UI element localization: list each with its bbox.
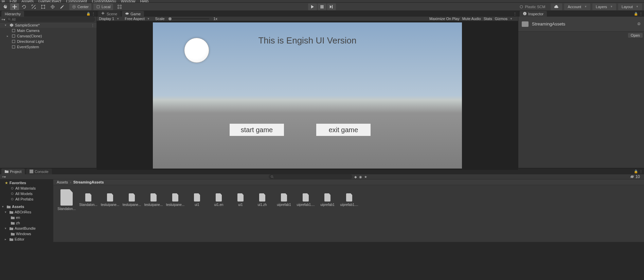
hierarchy-tab[interactable]: Hierarchy bbox=[1, 11, 24, 17]
lock-icon[interactable]: 🔒 bbox=[86, 12, 90, 16]
breadcrumb: Assets › StreamingAssets bbox=[53, 179, 644, 185]
gizmos-dropdown[interactable]: Gizmos▼ bbox=[495, 17, 516, 21]
hierarchy-item[interactable]: ▸Canvas(Clone) bbox=[0, 33, 96, 39]
file-icon bbox=[346, 193, 352, 202]
space-toggle[interactable]: Local bbox=[93, 3, 113, 10]
menu-window[interactable]: Window bbox=[121, 0, 136, 3]
menu-icon[interactable]: ⋮ bbox=[513, 12, 517, 16]
asset-file[interactable]: Standalon... bbox=[80, 189, 96, 207]
rect-tool[interactable] bbox=[39, 3, 48, 10]
breadcrumb-item[interactable]: Assets bbox=[57, 180, 68, 184]
aspect-dropdown[interactable]: Free Aspect▼ bbox=[125, 17, 153, 21]
rotate-tool[interactable] bbox=[20, 3, 29, 10]
tree-item[interactable]: ▾AssetBundle bbox=[0, 226, 53, 231]
svg-point-20 bbox=[11, 193, 13, 195]
tree-item[interactable]: Windows bbox=[0, 231, 53, 237]
favorites-section[interactable]: ★Favorites bbox=[0, 180, 53, 186]
stats-toggle[interactable]: Stats bbox=[484, 17, 492, 21]
asset-file[interactable]: uiprefab1.... bbox=[341, 189, 357, 207]
menu-assets[interactable]: Assets bbox=[21, 0, 34, 3]
assets-root[interactable]: ▾Assets bbox=[0, 204, 53, 209]
asset-file[interactable]: ui1 bbox=[189, 189, 205, 207]
asset-file[interactable]: testuipane... bbox=[146, 189, 161, 207]
tree-item[interactable]: ▾ABOriRes bbox=[0, 209, 53, 215]
layout-dropdown[interactable]: Layout▼ bbox=[618, 3, 642, 10]
inspector-tab[interactable]: iInspector bbox=[520, 11, 547, 17]
scale-slider[interactable] bbox=[168, 18, 209, 19]
menu-icon[interactable]: ⋮ bbox=[639, 170, 643, 173]
move-tool[interactable] bbox=[10, 3, 19, 10]
step-button[interactable] bbox=[327, 3, 336, 10]
asset-file[interactable]: uiprefab1 bbox=[320, 189, 335, 207]
tree-item[interactable]: en bbox=[0, 215, 53, 220]
hierarchy-item[interactable]: EventSystem bbox=[0, 44, 96, 50]
tree-item[interactable]: ▸Editor bbox=[0, 237, 53, 242]
hand-tool[interactable] bbox=[1, 3, 10, 10]
menu-icon[interactable]: ⋮ bbox=[639, 12, 643, 16]
project-search[interactable] bbox=[269, 174, 352, 179]
menu-help[interactable]: Help bbox=[140, 0, 149, 3]
asset-file[interactable]: ui1.zh bbox=[254, 189, 270, 207]
console-tab[interactable]: Console bbox=[26, 169, 52, 174]
hierarchy-item[interactable]: Directional Light bbox=[0, 39, 96, 44]
breadcrumb-current[interactable]: StreamingAssets bbox=[73, 180, 104, 184]
scale-label: Scale bbox=[155, 17, 165, 21]
layers-dropdown[interactable]: Layers▼ bbox=[592, 3, 616, 10]
asset-file[interactable]: Standalon... bbox=[59, 189, 74, 211]
snap-toggle[interactable] bbox=[115, 3, 124, 10]
create-dropdown[interactable]: +▾ bbox=[2, 175, 6, 179]
asset-file[interactable]: uiprefab1.... bbox=[298, 189, 314, 207]
asset-file[interactable]: ui1 bbox=[233, 189, 248, 207]
tree-item[interactable]: All Materials bbox=[0, 186, 53, 191]
transform-tool[interactable] bbox=[48, 3, 57, 10]
hierarchy-scene[interactable]: ▾SampleScene*⋮ bbox=[0, 22, 96, 28]
tree-item[interactable]: All Models bbox=[0, 191, 53, 196]
play-button[interactable] bbox=[308, 3, 317, 10]
asset-file[interactable]: testuipane... bbox=[102, 189, 118, 207]
create-dropdown[interactable]: +▾ bbox=[1, 18, 5, 21]
tree-item[interactable]: zh bbox=[0, 220, 53, 226]
menu-edit[interactable]: Edit bbox=[10, 0, 17, 3]
lock-icon[interactable]: 🔒 bbox=[634, 170, 638, 173]
console-icon bbox=[30, 170, 33, 173]
open-button[interactable]: Open bbox=[628, 33, 643, 38]
game-title-text: This is Engish UI Version bbox=[258, 35, 356, 46]
tree-item[interactable]: All Prefabs bbox=[0, 196, 53, 202]
menu-component[interactable]: Component bbox=[66, 0, 87, 3]
custom-tool[interactable] bbox=[58, 3, 67, 10]
menu-custommenu[interactable]: CustomMenu bbox=[92, 0, 116, 3]
plastic-scm-button[interactable]: Plastic SCM bbox=[516, 3, 549, 10]
menu-file[interactable]: le bbox=[2, 0, 5, 3]
filter-icon[interactable]: ◉ bbox=[359, 175, 362, 179]
menu-gameobject[interactable]: GameObject bbox=[38, 0, 61, 3]
chevron-icon: › bbox=[70, 180, 71, 184]
menu-icon[interactable]: ⋮ bbox=[92, 12, 95, 16]
game-tab[interactable]: Game bbox=[122, 11, 144, 17]
exit-game-button[interactable]: exit game bbox=[316, 123, 371, 136]
filter-icon[interactable]: ◆ bbox=[354, 175, 357, 179]
file-icon bbox=[85, 193, 91, 202]
scene-tab[interactable]: Scene bbox=[98, 11, 121, 17]
project-tab[interactable]: Project bbox=[1, 169, 25, 174]
hierarchy-search[interactable]: All bbox=[6, 17, 95, 22]
pause-button[interactable] bbox=[318, 3, 326, 10]
cloud-button[interactable] bbox=[551, 3, 562, 10]
account-dropdown[interactable]: Account▼ bbox=[564, 3, 590, 10]
context-icon[interactable]: ⋮ bbox=[91, 23, 96, 27]
pivot-toggle[interactable]: Center bbox=[69, 3, 91, 10]
game-viewport[interactable]: This is Engish UI Version start game exi… bbox=[153, 22, 462, 169]
mute-toggle[interactable]: Mute Audio bbox=[462, 17, 481, 21]
svg-point-6 bbox=[74, 6, 75, 7]
scale-tool[interactable] bbox=[29, 3, 38, 10]
favorite-icon[interactable]: ★ bbox=[364, 175, 367, 179]
asset-file[interactable]: testuipane... bbox=[167, 189, 183, 207]
display-dropdown[interactable]: Display 1▼ bbox=[99, 17, 123, 21]
asset-file[interactable]: ui1.en bbox=[211, 189, 227, 207]
asset-file[interactable]: testuipane... bbox=[124, 189, 140, 207]
hierarchy-item[interactable]: Main Camera bbox=[0, 28, 96, 33]
maximize-toggle[interactable]: Maximize On Play bbox=[429, 17, 460, 21]
help-icon[interactable]: ⦿ bbox=[637, 22, 641, 26]
lock-icon[interactable]: 🔒 bbox=[634, 12, 638, 16]
asset-file[interactable]: uiprefab1 bbox=[276, 189, 292, 207]
start-game-button[interactable]: start game bbox=[229, 123, 284, 136]
